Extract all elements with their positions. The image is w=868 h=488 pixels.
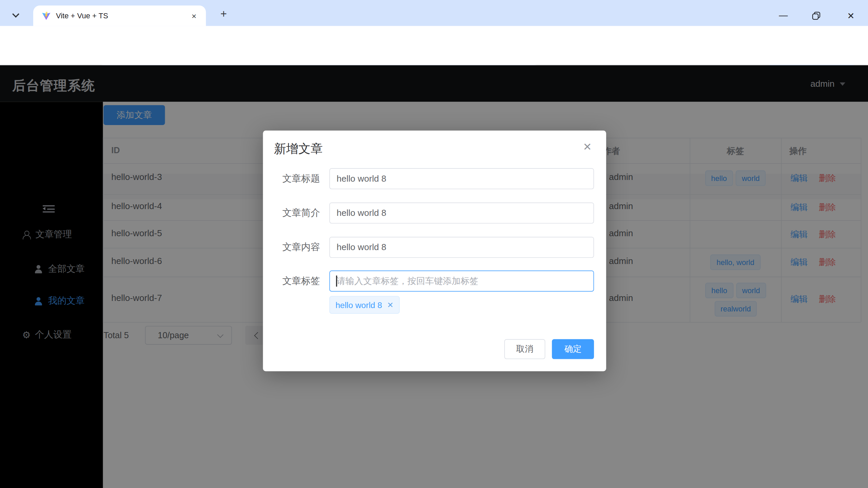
chevron-down-icon xyxy=(12,10,19,17)
field-label: 文章简介 xyxy=(263,203,320,224)
article-title-input[interactable] xyxy=(329,168,594,189)
dialog-tag-chip: hello world 8 ✕ xyxy=(329,296,399,313)
browser-tab[interactable]: Vite + Vue + TS × xyxy=(33,5,206,26)
browser-tab-strip: Vite + Vue + TS × + — ✕ xyxy=(0,0,868,26)
article-summary-input[interactable] xyxy=(329,203,594,224)
form-row-summary: 文章简介 xyxy=(263,203,606,224)
text-cursor xyxy=(336,276,337,287)
field-label: 文章内容 xyxy=(263,237,320,258)
field-label: 文章标签 xyxy=(263,270,320,291)
dialog-close-icon[interactable]: ✕ xyxy=(583,141,592,154)
tag-remove-icon[interactable]: ✕ xyxy=(387,301,394,309)
tab-title: Vite + Vue + TS xyxy=(56,12,108,20)
form-row-tags: 文章标签 xyxy=(263,270,606,291)
confirm-button[interactable]: 确定 xyxy=(552,339,594,359)
screen: Vite + Vue + TS × + — ✕ ← → ⟳ i localhos… xyxy=(0,0,868,488)
dialog-title: 新增文章 xyxy=(274,141,323,157)
vite-favicon-icon xyxy=(41,11,51,21)
field-label: 文章标题 xyxy=(263,168,320,189)
article-content-input[interactable] xyxy=(329,237,594,258)
new-article-dialog: 新增文章 ✕ 文章标题 文章简介 文章内容 文章标签 hello world 8… xyxy=(263,130,606,371)
restore-icon xyxy=(812,11,820,19)
form-row-title: 文章标题 xyxy=(263,168,606,189)
form-row-content: 文章内容 xyxy=(263,237,606,258)
tab-search-chevron-button[interactable] xyxy=(7,7,24,20)
cancel-button[interactable]: 取消 xyxy=(504,339,545,359)
tab-close-icon[interactable]: × xyxy=(189,11,199,21)
window-minimize-button[interactable]: — xyxy=(777,9,789,22)
window-close-button[interactable]: ✕ xyxy=(845,9,857,22)
browser-toolbar: ← → ⟳ i localhost:5173/#/article/me G 文 … xyxy=(0,26,868,65)
article-tags-input[interactable] xyxy=(329,270,594,291)
new-tab-button[interactable]: + xyxy=(218,8,230,20)
window-restore-button[interactable] xyxy=(810,9,822,22)
